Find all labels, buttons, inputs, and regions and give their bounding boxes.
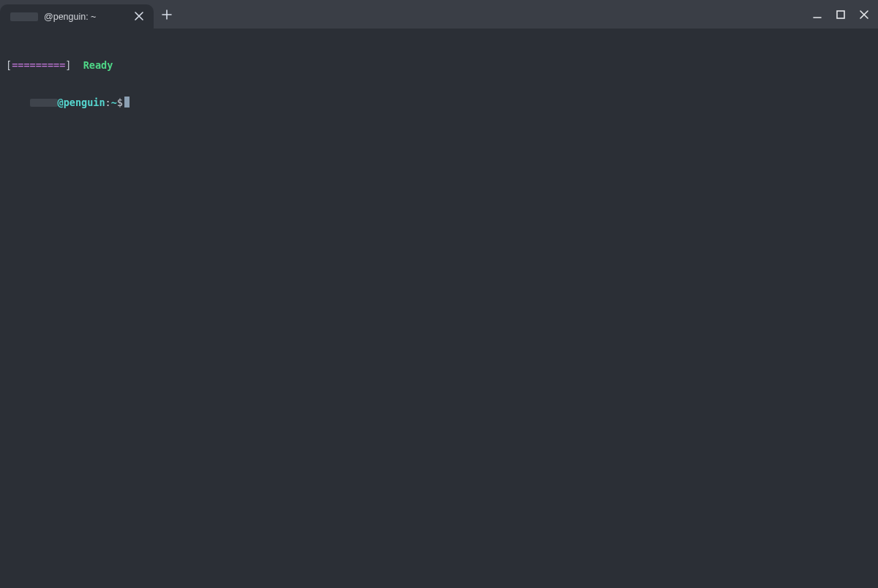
titlebar-spacer (180, 0, 811, 29)
svg-rect-0 (837, 11, 844, 18)
prompt-user-redacted (30, 99, 58, 107)
prompt-symbol: $ (117, 97, 123, 108)
terminal-area[interactable]: [=========] Ready @penguin:~$ (0, 29, 878, 127)
tab-title: @penguin: ~ (44, 12, 126, 22)
status-text: Ready (83, 59, 113, 71)
bracket-close: ] (65, 59, 71, 71)
prompt-line: @penguin:~$ (6, 97, 872, 109)
tab-active[interactable]: @penguin: ~ (0, 4, 154, 29)
prompt-cwd: ~ (111, 97, 117, 108)
prompt-userhost: @penguin (58, 97, 105, 108)
terminal-cursor (124, 97, 130, 108)
prompt-sep: : (105, 97, 111, 108)
minimize-button[interactable] (811, 8, 824, 21)
close-tab-icon[interactable] (132, 10, 146, 23)
tab-user-redacted (10, 12, 38, 21)
progress-bar: ========= (12, 59, 65, 71)
titlebar: @penguin: ~ (0, 0, 878, 29)
maximize-button[interactable] (834, 8, 847, 21)
bracket-open: [ (6, 59, 12, 71)
window-controls (811, 0, 878, 29)
new-tab-button[interactable] (154, 0, 180, 29)
close-window-button[interactable] (858, 8, 871, 21)
boot-status-line: [=========] Ready (6, 59, 872, 72)
